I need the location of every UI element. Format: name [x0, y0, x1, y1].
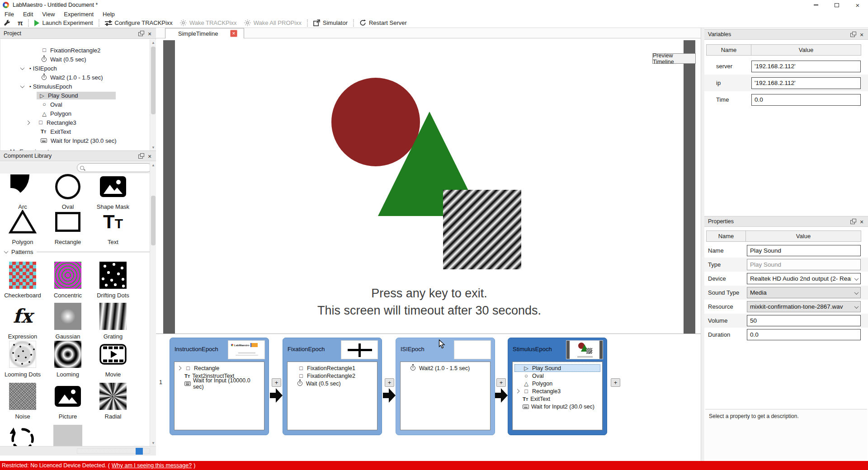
float-panel-button[interactable] [137, 153, 144, 160]
epoch-list-item[interactable]: Wait for Input (10000.0 sec) [176, 380, 262, 387]
library-item-polygon[interactable]: Polygon [0, 207, 45, 245]
property-name-input[interactable]: Play Sound [747, 245, 861, 256]
tree-item-epoch[interactable]: •StimulusEpoch [0, 82, 150, 91]
close-panel-button[interactable]: × [858, 32, 865, 38]
epoch-list-item[interactable]: □FixationRectangle2 [289, 372, 375, 380]
library-item-movie[interactable]: Movie [90, 340, 136, 378]
restart-server-button[interactable]: Restart Server [356, 18, 410, 28]
library-item-text[interactable]: TT Text [90, 207, 136, 245]
close-button[interactable]: × [847, 0, 868, 10]
library-item-arc[interactable]: Arc [0, 172, 45, 210]
tab-close-icon[interactable]: × [230, 30, 237, 37]
epoch-card-stimulus[interactable]: StimulusEpoch ▷Play Sound ○Oval △Polygon… [508, 338, 607, 435]
chevron-right-icon[interactable] [26, 120, 30, 125]
simulator-button[interactable]: Simulator [310, 18, 351, 28]
close-panel-button[interactable]: × [146, 153, 153, 160]
device-dropdown[interactable]: Realtek HD Audio 2nd output (2- Realtek(… [747, 273, 861, 284]
epoch-list-item[interactable]: Wait (0.5 sec) [289, 380, 375, 387]
add-epoch-button[interactable]: + [496, 378, 506, 387]
library-item-picture[interactable]: Picture [45, 382, 90, 420]
library-item-noise[interactable]: Noise [0, 382, 45, 420]
tree-item-epoch[interactable]: •ISIEpoch [0, 64, 150, 73]
menu-file[interactable]: File [0, 11, 19, 18]
tree-item[interactable]: △Polygon [0, 109, 150, 118]
library-item-expression[interactable]: fx Expression [0, 302, 45, 340]
menu-help[interactable]: Help [98, 11, 119, 18]
panel-splitter[interactable] [701, 28, 704, 461]
resource-dropdown[interactable]: mixkit-confirmation-tone-2867.wav [747, 301, 861, 312]
epoch-card-instruction[interactable]: InstructionEpoch LabMaestro □Rectangle T… [170, 338, 269, 435]
preview-timeline-button[interactable]: Preview Timeline [652, 53, 696, 64]
duration-input[interactable]: 0.0 [747, 329, 861, 340]
tree-item[interactable]: Wait2 (1.0 - 1.5 sec) [0, 73, 150, 82]
float-panel-button[interactable] [137, 31, 144, 37]
float-panel-button[interactable] [849, 219, 856, 225]
menu-view[interactable]: View [38, 11, 59, 18]
epoch-list-item[interactable]: ○Oval [514, 372, 600, 380]
add-epoch-button[interactable]: + [385, 378, 394, 387]
expression-tool-button[interactable]: π [14, 18, 26, 28]
add-epoch-button[interactable]: + [611, 378, 620, 387]
launch-experiment-button[interactable]: Launch Experiment [31, 18, 96, 28]
slider-handle[interactable] [136, 448, 143, 455]
tree-item[interactable]: TTExitText [0, 127, 150, 136]
library-item-rectangle[interactable]: Rectangle [45, 207, 90, 245]
library-item-gaussian[interactable]: Gaussian [45, 302, 90, 340]
wake-all-propixx-button[interactable]: Wake All PROPixx [241, 18, 305, 28]
project-scrollbar[interactable]: ▲ ▼ [150, 39, 156, 150]
scroll-up-icon[interactable]: ▲ [150, 162, 156, 168]
wake-trackpixx-button[interactable]: Wake TRACKPixx [176, 18, 241, 28]
close-panel-button[interactable]: × [858, 219, 865, 225]
minimize-button[interactable] [806, 0, 826, 10]
epoch-card-isi[interactable]: ISIEpoch Wait2 (1.0 - 1.5 sec) [396, 338, 495, 435]
sound-type-dropdown[interactable]: Media [747, 287, 861, 298]
search-input[interactable] [77, 163, 152, 172]
library-item-drifting-dots[interactable]: Drifting Dots [90, 261, 136, 299]
library-item-radial[interactable]: Radial [90, 382, 136, 420]
library-item-grating[interactable]: Grating [90, 302, 136, 340]
status-help-link[interactable]: Why am I seeing this message? [112, 462, 192, 469]
menu-experiment[interactable]: Experiment [59, 11, 98, 18]
scrollbar-thumb[interactable] [151, 196, 156, 245]
close-panel-button[interactable]: × [146, 31, 153, 37]
tree-item[interactable]: Wait for Input2 (30.0 sec) [0, 136, 150, 145]
scroll-down-icon[interactable]: ▼ [150, 440, 156, 446]
chevron-right-icon[interactable] [515, 389, 520, 394]
epoch-list-item-selected[interactable]: ▷Play Sound [514, 364, 600, 372]
chevron-down-icon[interactable] [20, 66, 25, 70]
tree-item[interactable]: Wait (0.5 sec) [0, 55, 150, 64]
add-epoch-button[interactable]: + [272, 378, 281, 387]
variable-value-input[interactable]: 0.0 [751, 94, 861, 106]
patterns-section-header[interactable]: Patterns [0, 247, 156, 256]
library-item-oval[interactable]: Oval [45, 172, 90, 210]
epoch-card-fixation[interactable]: FixationEpoch □FixationRectangle1 □Fixat… [283, 338, 382, 435]
configure-trackpixx-button[interactable]: Configure TRACKPixx [101, 18, 176, 28]
scrollbar-thumb[interactable] [151, 47, 156, 114]
tools-button[interactable] [0, 18, 14, 28]
library-item-concentric[interactable]: Concentric [45, 261, 90, 299]
tree-item-selected[interactable]: ▷Play Sound [0, 91, 150, 100]
chevron-down-icon[interactable] [20, 84, 25, 88]
variable-value-input[interactable]: '192.168.2.112' [751, 61, 861, 72]
epoch-list-item[interactable]: Wait2 (1.0 - 1.5 sec) [402, 364, 488, 372]
library-item-looming[interactable]: Looming [45, 340, 90, 378]
epoch-list-item[interactable]: Wait for Input2 (30.0 sec) [514, 403, 600, 410]
maximize-button[interactable] [826, 0, 847, 10]
epoch-list-item[interactable]: TTExitText [514, 395, 600, 403]
library-scrollbar[interactable]: ▲ ▼ [150, 162, 156, 446]
epoch-list-item[interactable]: □FixationRectangle1 [289, 364, 375, 372]
epoch-list-item[interactable]: □Rectangle3 [514, 387, 600, 395]
tree-item-clipped[interactable]: My Experiment [0, 147, 150, 150]
epoch-list-item[interactable]: △Polygon [514, 380, 600, 387]
tree-item[interactable]: □FixationRectangle2 [0, 46, 150, 55]
tree-item[interactable]: ○Oval [0, 100, 150, 109]
epoch-list-item[interactable]: □Rectangle [176, 364, 262, 372]
library-item-looming-dots[interactable]: Looming Dots [0, 340, 45, 378]
volume-input[interactable]: 50 [747, 315, 861, 326]
tab-simpletimeline[interactable]: SimpleTimeline × [165, 28, 244, 38]
chevron-right-icon[interactable] [177, 366, 182, 371]
tree-item[interactable]: □Rectangle3 [0, 118, 150, 127]
float-panel-button[interactable] [849, 32, 856, 38]
variable-value-input[interactable]: '192.168.2.112' [751, 77, 861, 89]
library-item-checkerboard[interactable]: Checkerboard [0, 261, 45, 299]
